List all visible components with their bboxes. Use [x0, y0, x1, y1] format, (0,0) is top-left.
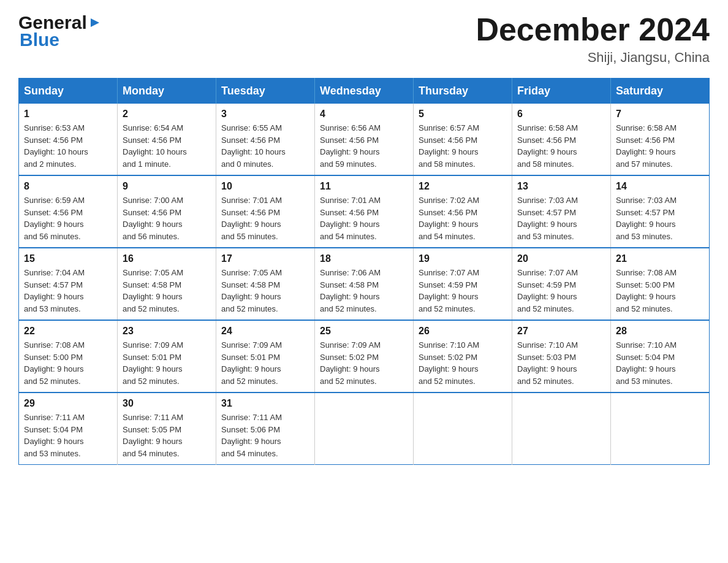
table-row: 23Sunrise: 7:09 AMSunset: 5:01 PMDayligh…	[118, 320, 216, 393]
day-info: Sunrise: 6:56 AMSunset: 4:56 PMDaylight:…	[320, 122, 408, 170]
day-number: 9	[123, 181, 211, 192]
day-number: 8	[24, 181, 112, 192]
logo-arrow-icon	[88, 16, 102, 29]
day-number: 14	[616, 181, 704, 192]
day-number: 1	[24, 109, 112, 120]
table-row	[512, 393, 611, 465]
header-saturday: Saturday	[611, 79, 710, 104]
day-info: Sunrise: 7:10 AMSunset: 5:02 PMDaylight:…	[419, 339, 507, 387]
day-info: Sunrise: 7:08 AMSunset: 5:00 PMDaylight:…	[24, 339, 112, 387]
table-row	[611, 393, 710, 465]
table-row: 22Sunrise: 7:08 AMSunset: 5:00 PMDayligh…	[19, 320, 118, 393]
day-info: Sunrise: 6:54 AMSunset: 4:56 PMDaylight:…	[123, 122, 211, 170]
table-row: 8Sunrise: 6:59 AMSunset: 4:56 PMDaylight…	[19, 175, 118, 248]
calendar-week-1: 1Sunrise: 6:53 AMSunset: 4:56 PMDaylight…	[19, 104, 710, 175]
day-number: 12	[419, 181, 507, 192]
table-row: 27Sunrise: 7:10 AMSunset: 5:03 PMDayligh…	[512, 320, 611, 393]
day-number: 10	[221, 181, 309, 192]
day-number: 17	[221, 253, 309, 264]
day-number: 21	[616, 253, 704, 264]
day-number: 15	[24, 253, 112, 264]
calendar-week-2: 8Sunrise: 6:59 AMSunset: 4:56 PMDaylight…	[19, 175, 710, 248]
table-row: 28Sunrise: 7:10 AMSunset: 5:04 PMDayligh…	[611, 320, 710, 393]
day-number: 13	[517, 181, 605, 192]
calendar-week-3: 15Sunrise: 7:04 AMSunset: 4:57 PMDayligh…	[19, 248, 710, 320]
calendar-week-5: 29Sunrise: 7:11 AMSunset: 5:04 PMDayligh…	[19, 393, 710, 465]
day-number: 26	[419, 326, 507, 337]
header-tuesday: Tuesday	[216, 79, 315, 104]
day-number: 7	[616, 109, 704, 120]
day-info: Sunrise: 7:01 AMSunset: 4:56 PMDaylight:…	[221, 194, 309, 242]
day-number: 28	[616, 326, 704, 337]
table-row: 25Sunrise: 7:09 AMSunset: 5:02 PMDayligh…	[315, 320, 414, 393]
day-number: 20	[517, 253, 605, 264]
day-info: Sunrise: 7:10 AMSunset: 5:03 PMDaylight:…	[517, 339, 605, 387]
day-number: 23	[123, 326, 211, 337]
day-number: 19	[419, 253, 507, 264]
day-number: 5	[419, 109, 507, 120]
day-number: 31	[221, 398, 309, 409]
logo-blue-text: Blue	[20, 29, 59, 50]
day-info: Sunrise: 7:10 AMSunset: 5:04 PMDaylight:…	[616, 339, 704, 387]
day-number: 29	[24, 398, 112, 409]
table-row: 10Sunrise: 7:01 AMSunset: 4:56 PMDayligh…	[216, 175, 315, 248]
calendar-header-row: Sunday Monday Tuesday Wednesday Thursday…	[19, 79, 710, 104]
day-info: Sunrise: 6:57 AMSunset: 4:56 PMDaylight:…	[419, 122, 507, 170]
day-number: 6	[517, 109, 605, 120]
day-number: 22	[24, 326, 112, 337]
location: Shiji, Jiangsu, China	[476, 50, 710, 66]
day-number: 4	[320, 109, 408, 120]
day-info: Sunrise: 7:09 AMSunset: 5:02 PMDaylight:…	[320, 339, 408, 387]
table-row: 3Sunrise: 6:55 AMSunset: 4:56 PMDaylight…	[216, 104, 315, 175]
header-thursday: Thursday	[414, 79, 512, 104]
table-row: 1Sunrise: 6:53 AMSunset: 4:56 PMDaylight…	[19, 104, 118, 175]
table-row: 2Sunrise: 6:54 AMSunset: 4:56 PMDaylight…	[118, 104, 216, 175]
table-row: 5Sunrise: 6:57 AMSunset: 4:56 PMDaylight…	[414, 104, 512, 175]
day-info: Sunrise: 7:03 AMSunset: 4:57 PMDaylight:…	[616, 194, 704, 242]
day-info: Sunrise: 7:11 AMSunset: 5:04 PMDaylight:…	[24, 412, 112, 459]
page-header: General Blue December 2024 Shiji, Jiangs…	[18, 12, 710, 66]
calendar-table: Sunday Monday Tuesday Wednesday Thursday…	[18, 78, 710, 465]
day-info: Sunrise: 7:02 AMSunset: 4:56 PMDaylight:…	[419, 194, 507, 242]
day-info: Sunrise: 7:04 AMSunset: 4:57 PMDaylight:…	[24, 267, 112, 315]
table-row: 17Sunrise: 7:05 AMSunset: 4:58 PMDayligh…	[216, 248, 315, 320]
table-row: 26Sunrise: 7:10 AMSunset: 5:02 PMDayligh…	[414, 320, 512, 393]
table-row: 7Sunrise: 6:58 AMSunset: 4:56 PMDaylight…	[611, 104, 710, 175]
day-info: Sunrise: 7:08 AMSunset: 5:00 PMDaylight:…	[616, 267, 704, 315]
table-row	[315, 393, 414, 465]
table-row: 24Sunrise: 7:09 AMSunset: 5:01 PMDayligh…	[216, 320, 315, 393]
header-monday: Monday	[118, 79, 216, 104]
day-info: Sunrise: 6:58 AMSunset: 4:56 PMDaylight:…	[616, 122, 704, 170]
day-info: Sunrise: 7:06 AMSunset: 4:58 PMDaylight:…	[320, 267, 408, 315]
day-info: Sunrise: 7:11 AMSunset: 5:06 PMDaylight:…	[221, 412, 309, 459]
table-row: 14Sunrise: 7:03 AMSunset: 4:57 PMDayligh…	[611, 175, 710, 248]
header-wednesday: Wednesday	[315, 79, 414, 104]
day-info: Sunrise: 6:55 AMSunset: 4:56 PMDaylight:…	[221, 122, 309, 170]
table-row: 16Sunrise: 7:05 AMSunset: 4:58 PMDayligh…	[118, 248, 216, 320]
table-row: 29Sunrise: 7:11 AMSunset: 5:04 PMDayligh…	[19, 393, 118, 465]
table-row	[414, 393, 512, 465]
day-info: Sunrise: 7:07 AMSunset: 4:59 PMDaylight:…	[517, 267, 605, 315]
day-number: 2	[123, 109, 211, 120]
table-row: 19Sunrise: 7:07 AMSunset: 4:59 PMDayligh…	[414, 248, 512, 320]
day-info: Sunrise: 7:05 AMSunset: 4:58 PMDaylight:…	[221, 267, 309, 315]
day-info: Sunrise: 6:58 AMSunset: 4:56 PMDaylight:…	[517, 122, 605, 170]
day-number: 30	[123, 398, 211, 409]
day-number: 25	[320, 326, 408, 337]
day-info: Sunrise: 7:11 AMSunset: 5:05 PMDaylight:…	[123, 412, 211, 459]
table-row: 6Sunrise: 6:58 AMSunset: 4:56 PMDaylight…	[512, 104, 611, 175]
day-number: 11	[320, 181, 408, 192]
table-row: 9Sunrise: 7:00 AMSunset: 4:56 PMDaylight…	[118, 175, 216, 248]
day-info: Sunrise: 6:53 AMSunset: 4:56 PMDaylight:…	[24, 122, 112, 170]
table-row: 20Sunrise: 7:07 AMSunset: 4:59 PMDayligh…	[512, 248, 611, 320]
day-info: Sunrise: 6:59 AMSunset: 4:56 PMDaylight:…	[24, 194, 112, 242]
table-row: 21Sunrise: 7:08 AMSunset: 5:00 PMDayligh…	[611, 248, 710, 320]
table-row: 31Sunrise: 7:11 AMSunset: 5:06 PMDayligh…	[216, 393, 315, 465]
day-info: Sunrise: 7:01 AMSunset: 4:56 PMDaylight:…	[320, 194, 408, 242]
day-number: 18	[320, 253, 408, 264]
day-info: Sunrise: 7:03 AMSunset: 4:57 PMDaylight:…	[517, 194, 605, 242]
calendar-week-4: 22Sunrise: 7:08 AMSunset: 5:00 PMDayligh…	[19, 320, 710, 393]
table-row: 15Sunrise: 7:04 AMSunset: 4:57 PMDayligh…	[19, 248, 118, 320]
svg-marker-0	[91, 18, 99, 27]
day-info: Sunrise: 7:09 AMSunset: 5:01 PMDaylight:…	[123, 339, 211, 387]
